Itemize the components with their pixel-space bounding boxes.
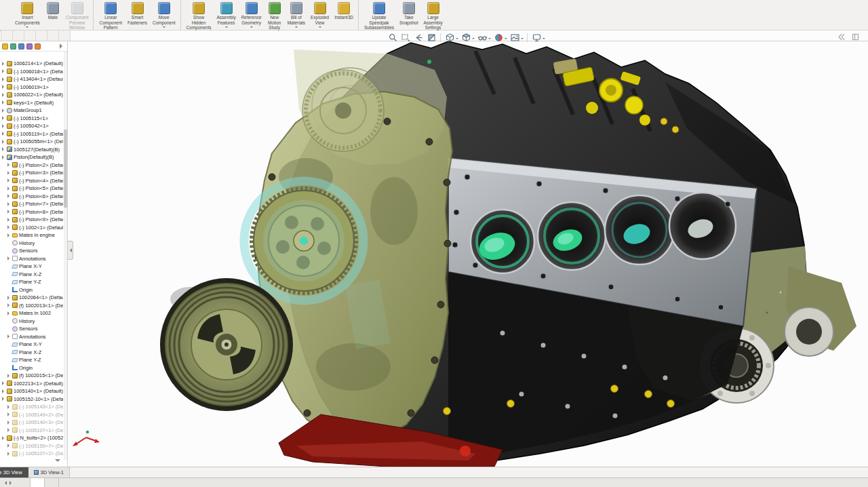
expand-arrow-icon[interactable] (2, 77, 6, 81)
tree-item[interactable]: (-) Piston<8> (Default) (0, 208, 63, 216)
expand-arrow-icon[interactable] (7, 187, 12, 191)
expand-arrow-icon[interactable] (2, 155, 6, 159)
toolbar-button[interactable]: Exploded View (308, 0, 332, 29)
expand-arrow-icon[interactable] (7, 334, 12, 338)
toolbar-button[interactable]: Take Snapshot (397, 0, 420, 25)
cylinder-bore[interactable] (605, 195, 674, 265)
toolbar-button[interactable]: Linear Component Pattern (93, 0, 125, 35)
expand-arrow-icon[interactable] (7, 405, 12, 409)
tree-item[interactable]: (-) Piston<4> (Default) (0, 177, 63, 185)
display-style-icon[interactable] (460, 33, 471, 43)
ribbon-tab[interactable] (47, 31, 59, 41)
collapse-taskpane-icon[interactable] (837, 33, 846, 41)
expand-arrow-icon[interactable] (7, 233, 12, 237)
tree-item[interactable]: Plane X-Y (0, 262, 63, 271)
expand-arrow-icon[interactable] (2, 62, 6, 66)
document-tab[interactable] (31, 478, 45, 487)
expand-arrow-icon[interactable] (2, 132, 6, 136)
toolbar-button[interactable]: Smart Fasteners (125, 0, 150, 25)
expand-arrow-icon[interactable] (7, 311, 12, 315)
tree-item[interactable]: 1002064<1> (Default) (0, 294, 63, 302)
toolbar-button[interactable]: Reference Geometry (239, 0, 264, 29)
tree-item[interactable]: (-) 1006018<1> (Default) (0, 68, 63, 76)
tree-item[interactable]: (f) 1002013<1> (Default) (0, 302, 63, 310)
expand-arrow-icon[interactable] (7, 444, 12, 448)
cylinder-bore[interactable] (471, 210, 534, 273)
toolbar-button[interactable]: New Motion Study (264, 0, 285, 31)
tree-item[interactable]: 1006214<1> (Default) (0, 60, 63, 68)
expand-arrow-icon[interactable] (2, 124, 6, 128)
tree-scrollbar[interactable] (64, 52, 67, 460)
tree-item[interactable]: (-) 1005107<2> (Default) (0, 450, 63, 458)
ribbon-tab[interactable] (13, 31, 24, 41)
engine-assembly-model[interactable] (68, 41, 868, 467)
expand-arrow-icon[interactable] (2, 436, 6, 440)
expand-arrow-icon[interactable] (7, 218, 12, 222)
tree-item[interactable]: (-) Piston<7> (Default) (0, 200, 63, 208)
toolbar-button[interactable]: Insert Components (12, 0, 43, 29)
toolbar-button[interactable]: Update Speedpak Subassemblies (358, 0, 397, 31)
tree-item[interactable]: (-) 1005149<2> (Default) (0, 411, 63, 419)
tree-item[interactable]: MateGroup1 (0, 106, 63, 115)
tree-item[interactable]: Plane Y-Z (0, 278, 63, 286)
tree-item[interactable]: History (0, 239, 63, 248)
tree-item[interactable]: (-) 1005140<3> (Default) (0, 418, 63, 427)
tree-item[interactable]: (-) 1006019<1> (0, 83, 63, 92)
view-settings-icon[interactable] (531, 33, 542, 43)
crank-pulley[interactable] (160, 278, 293, 411)
panel-flyout-chevron-icon[interactable] (60, 43, 65, 49)
expand-arrow-icon[interactable] (7, 421, 12, 425)
expand-arrow-icon[interactable] (7, 210, 12, 214)
ribbon-tab[interactable] (36, 31, 47, 41)
toolbar-button[interactable]: Component Preview Window (63, 0, 92, 31)
tree-item[interactable]: Plane Y-Z (0, 356, 63, 364)
zoom-to-fit-icon[interactable] (387, 33, 398, 43)
pin-panel-icon[interactable] (851, 33, 860, 41)
zoom-to-area-icon[interactable] (400, 33, 411, 43)
nav-left-icon[interactable] (3, 481, 7, 485)
tree-item[interactable]: (-) 1005055m<1> (Default) (0, 138, 63, 146)
apply-scene-icon[interactable] (509, 33, 520, 43)
tree-item[interactable]: Mates in engine (0, 231, 63, 239)
tree-item[interactable]: Plane X-Z (0, 349, 63, 357)
tree-item[interactable]: Piston(Default)(B) (0, 153, 63, 161)
tree-scroll-down-icon[interactable] (55, 459, 60, 465)
tree-item[interactable]: (-) 1005042<1> (0, 122, 63, 130)
expand-arrow-icon[interactable] (7, 178, 12, 182)
expand-arrow-icon[interactable] (7, 374, 12, 378)
view-orientation-icon[interactable] (444, 33, 455, 43)
expand-arrow-icon[interactable] (2, 69, 6, 73)
tree-item[interactable]: (-) 1005159<7> (Default) (0, 442, 63, 450)
scrollbar-thumb[interactable] (64, 130, 67, 208)
tree-item[interactable]: Mates in 1002 (0, 309, 63, 317)
expand-arrow-icon[interactable] (2, 147, 6, 151)
tree-item[interactable]: (-) Piston<2> (Default) (0, 161, 63, 170)
expand-arrow-icon[interactable] (2, 85, 6, 89)
tree-item[interactable]: (-) 1005119<1> (Default) (0, 130, 63, 138)
panel-collapse-handle[interactable] (68, 241, 73, 260)
expand-arrow-icon[interactable] (2, 116, 6, 120)
configurationmanager-tab-icon[interactable] (18, 43, 24, 50)
expand-arrow-icon[interactable] (7, 256, 12, 260)
expand-arrow-icon[interactable] (7, 163, 12, 167)
displaymanager-tab-icon[interactable] (35, 43, 41, 50)
camshaft-gear[interactable] (302, 70, 384, 151)
tree-item[interactable]: 1002213<1> (Default) (0, 380, 63, 388)
tree-item[interactable]: (-) Piston<5> (Default) (0, 184, 63, 193)
ribbon-tab[interactable] (24, 31, 36, 41)
expand-arrow-icon[interactable] (7, 194, 12, 198)
expand-arrow-icon[interactable] (2, 389, 6, 393)
expand-arrow-icon[interactable] (7, 428, 12, 432)
expand-arrow-icon[interactable] (2, 109, 6, 113)
edit-appearance-icon[interactable] (493, 33, 504, 43)
expand-arrow-icon[interactable] (2, 100, 6, 104)
tree-item[interactable]: History (0, 317, 63, 326)
expand-arrow-icon[interactable] (7, 225, 12, 229)
tree-item[interactable]: (f) 1002015<1> (Default) (0, 372, 63, 380)
tree-item[interactable]: (-) 1005115<1> (0, 115, 63, 123)
hide-show-items-icon[interactable] (477, 33, 488, 43)
expand-arrow-icon[interactable] (7, 202, 12, 206)
expand-arrow-icon[interactable] (2, 397, 6, 401)
toolbar-button[interactable]: Move Component (150, 0, 178, 29)
expand-arrow-icon[interactable] (7, 303, 12, 307)
